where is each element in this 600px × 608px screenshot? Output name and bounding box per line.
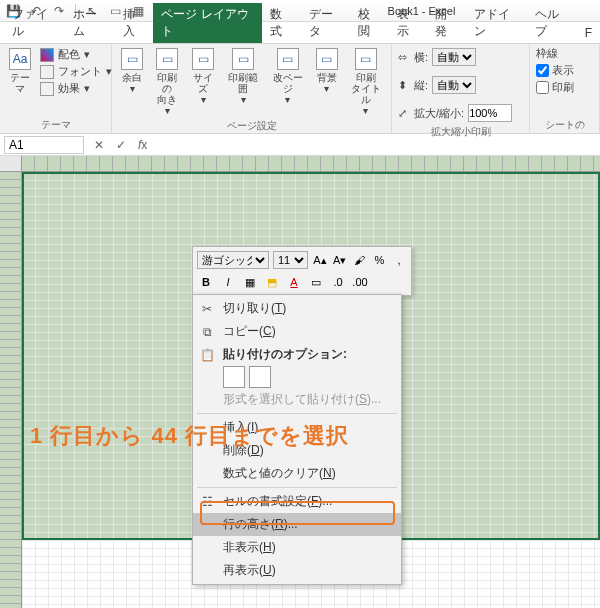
- decrease-decimal-icon[interactable]: .00: [351, 273, 369, 291]
- group-page-setup: ▭余白▾▭印刷の向き▾▭サイズ▾▭印刷範囲▾▭改ページ▾▭背景▾▭印刷タイトル▾…: [112, 44, 392, 133]
- width-select[interactable]: 自動: [432, 48, 476, 66]
- tab-2[interactable]: 挿入: [115, 3, 153, 43]
- page-button[interactable]: ▭改ページ▾: [269, 46, 307, 107]
- tab-0[interactable]: ファイル: [4, 3, 65, 43]
- increase-decimal-icon[interactable]: .0: [329, 273, 347, 291]
- menu-delete[interactable]: 削除(D): [193, 439, 401, 462]
- group-label: 拡大縮小印刷: [398, 124, 523, 140]
- cut-icon: ✂: [199, 301, 215, 317]
- fill-color-icon[interactable]: ⬒: [263, 273, 281, 291]
- decrease-font-icon[interactable]: A▾: [332, 251, 348, 269]
- menu-insert[interactable]: 挿入(I): [193, 416, 401, 439]
- mini-toolbar: 游ゴシック 11 A▴ A▾ 🖌 % , B I ▦ ⬒ A ▭ .0 .00: [192, 246, 412, 296]
- group-label: シートの: [536, 117, 593, 133]
- gridlines-label: 枠線: [536, 46, 558, 61]
- fonts-icon: [40, 65, 54, 79]
- merge-icon[interactable]: ▭: [307, 273, 325, 291]
- page-button[interactable]: ▭背景▾: [313, 46, 341, 96]
- comma-icon[interactable]: ,: [391, 251, 407, 269]
- effects-button[interactable]: 効果 ▾: [40, 80, 112, 97]
- menu-unhide[interactable]: 再表示(U): [193, 559, 401, 582]
- themes-button[interactable]: Aa テーマ: [6, 46, 34, 96]
- bold-icon[interactable]: B: [197, 273, 215, 291]
- tab-9[interactable]: アドイン: [466, 3, 527, 43]
- fontsize-select[interactable]: 11: [273, 251, 308, 269]
- format-painter-icon[interactable]: 🖌: [352, 251, 368, 269]
- ribbon-tabs: ファイルホーム挿入ページ レイアウト数式データ校閲表示開発アドインヘルプF: [0, 22, 600, 44]
- tab-4[interactable]: 数式: [262, 3, 300, 43]
- menu-format-cells[interactable]: ☷セルの書式設定(F)...: [193, 490, 401, 513]
- italic-icon[interactable]: I: [219, 273, 237, 291]
- colors-icon: [40, 48, 54, 62]
- name-box[interactable]: A1: [4, 136, 84, 154]
- paste-options: [193, 366, 401, 388]
- paste-option-2[interactable]: [249, 366, 271, 388]
- tab-5[interactable]: データ: [301, 3, 351, 43]
- font-color-icon[interactable]: A: [285, 273, 303, 291]
- tab-6[interactable]: 校閲: [350, 3, 388, 43]
- tab-10[interactable]: ヘルプ: [527, 3, 577, 43]
- tab-1[interactable]: ホーム: [65, 3, 115, 43]
- print-gridlines-check[interactable]: 印刷: [536, 80, 574, 95]
- tab-3[interactable]: ページ レイアウト: [153, 3, 262, 43]
- enter-icon[interactable]: ✓: [110, 138, 132, 152]
- page-button[interactable]: ▭印刷タイトル▾: [347, 46, 385, 118]
- fx-icon[interactable]: fx: [132, 138, 153, 152]
- paste-option-1[interactable]: [223, 366, 245, 388]
- group-theme: Aa テーマ 配色 ▾ フォント ▾ 効果 ▾ テーマ: [0, 44, 112, 133]
- cancel-icon[interactable]: ✕: [88, 138, 110, 152]
- menu-cut[interactable]: ✂切り取り(T): [193, 297, 401, 320]
- view-gridlines-check[interactable]: 表示: [536, 63, 574, 78]
- menu-separator: [197, 413, 397, 414]
- menu-row-height[interactable]: 行の高さ(R)...: [193, 513, 401, 536]
- page-button[interactable]: ▭印刷範囲▾: [224, 46, 262, 107]
- group-sheet-options: 枠線 表示 印刷 シートの: [530, 44, 600, 133]
- group-scale: ⬄横:自動 ⬍縦:自動 ⤢拡大/縮小: 拡大縮小印刷: [392, 44, 530, 133]
- colors-button[interactable]: 配色 ▾: [40, 46, 112, 63]
- format-icon: ☷: [199, 494, 215, 510]
- worksheet-area[interactable]: 游ゴシック 11 A▴ A▾ 🖌 % , B I ▦ ⬒ A ▭ .0 .00 …: [0, 156, 600, 608]
- select-all-corner[interactable]: [0, 156, 22, 172]
- tab-7[interactable]: 表示: [389, 3, 427, 43]
- group-label: テーマ: [6, 117, 105, 133]
- tab-11[interactable]: F: [577, 23, 600, 43]
- menu-paste-options-label: 📋貼り付けのオプション:: [193, 343, 401, 366]
- tab-8[interactable]: 開発: [427, 3, 465, 43]
- height-select[interactable]: 自動: [432, 76, 476, 94]
- themes-icon: Aa: [9, 48, 31, 70]
- column-headers[interactable]: [22, 156, 600, 172]
- menu-separator: [197, 487, 397, 488]
- paste-icon: 📋: [199, 347, 215, 363]
- menu-paste-special: 形式を選択して貼り付け(S)...: [193, 388, 401, 411]
- page-button[interactable]: ▭余白▾: [118, 46, 146, 96]
- scale-input[interactable]: [468, 104, 512, 122]
- font-select[interactable]: 游ゴシック: [197, 251, 269, 269]
- fonts-button[interactable]: フォント ▾: [40, 63, 112, 80]
- ribbon: Aa テーマ 配色 ▾ フォント ▾ 効果 ▾ テーマ ▭余白▾▭印刷の向き▾▭…: [0, 44, 600, 134]
- menu-copy[interactable]: ⧉コピー(C): [193, 320, 401, 343]
- menu-clear[interactable]: 数式と値のクリア(N): [193, 462, 401, 485]
- group-label: ページ設定: [118, 118, 385, 134]
- increase-font-icon[interactable]: A▴: [312, 251, 328, 269]
- context-menu: ✂切り取り(T) ⧉コピー(C) 📋貼り付けのオプション: 形式を選択して貼り付…: [192, 294, 402, 585]
- menu-hide[interactable]: 非表示(H): [193, 536, 401, 559]
- copy-icon: ⧉: [199, 324, 215, 340]
- page-button[interactable]: ▭サイズ▾: [188, 46, 218, 107]
- themes-label: テーマ: [9, 72, 31, 94]
- border-icon[interactable]: ▦: [241, 273, 259, 291]
- page-button[interactable]: ▭印刷の向き▾: [152, 46, 182, 118]
- row-headers[interactable]: [0, 172, 22, 608]
- effects-icon: [40, 82, 54, 96]
- percent-icon[interactable]: %: [371, 251, 387, 269]
